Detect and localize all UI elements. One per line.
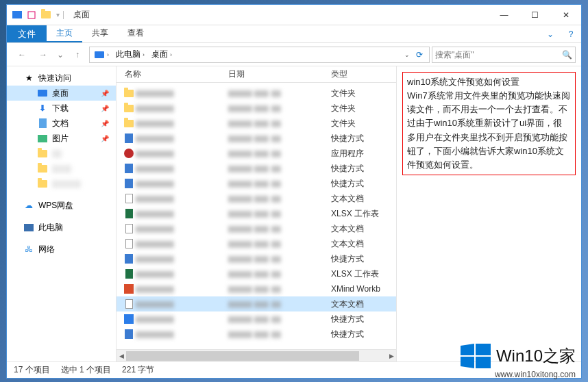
maximize-button[interactable]: ☐ [519,5,550,25]
file-type: 文本文档 [331,238,396,250]
file-type: 文本文档 [331,223,396,235]
refresh-button[interactable]: ⟳ [411,50,428,60]
status-size: 221 字节 [122,364,154,376]
file-row[interactable]: ▮▮▮▮▮▮▮▮▮▮▮▮▮ ▮▮▮ ▮▮文件夹 [117,116,396,131]
sidebar-recent-item[interactable]: ▯▯▯▯▯▯ [7,176,116,191]
file-type: 快捷方式 [331,253,396,265]
file-type: 快捷方式 [331,329,396,340]
file-icon [122,149,136,158]
file-row[interactable]: ▮▮▮▮▮▮▮▮▮▮▮▮▮ ▮▮▮ ▮▮文本文档 [117,221,396,236]
svg-rect-0 [28,12,35,18]
file-type: 快捷方式 [331,314,396,325]
scroll-right-icon[interactable]: ▶ [387,350,396,361]
file-list[interactable]: 名称 日期 类型 ▮▮▮▮▮▮▮▮▮▮▮▮▮ ▮▮▮ ▮▮文件夹▮▮▮▮▮▮▮▮… [117,66,396,361]
file-icon [122,105,136,112]
file-row[interactable]: ▮▮▮▮▮▮▮▮▮▮▮▮▮ ▮▮▮ ▮▮快捷方式 [117,311,396,327]
windows-logo-icon [461,344,491,368]
file-row[interactable]: ▮▮▮▮▮▮▮▮▮▮▮▮▮ ▮▮▮ ▮▮文件夹 [117,86,396,101]
nav-back-button[interactable]: ← [12,46,32,64]
sidebar-wps[interactable]: ☁WPS网盘 [7,198,116,213]
nav-up-button[interactable]: ↑ [68,46,87,64]
document-icon [37,118,48,129]
pin-icon: 📌 [101,120,109,127]
file-icon [122,329,136,339]
file-type: 应用程序 [331,148,396,160]
file-icon [122,164,136,173]
sidebar-recent-item[interactable]: ▯▯▯▯ [7,161,116,176]
file-type: 文件夹 [331,118,396,129]
file-icon [122,120,136,127]
col-name[interactable]: 名称 [122,66,228,82]
search-input[interactable] [435,50,562,60]
nav-forward-button[interactable]: → [34,46,53,64]
close-button[interactable]: ✕ [550,5,581,25]
ribbon-expand-icon[interactable]: ⌄ [540,25,561,42]
scroll-thumb[interactable] [126,351,359,361]
watermark: Win10之家 www.win10xitong.com [461,344,576,379]
file-row[interactable]: ▮▮▮▮▮▮▮▮▮▮▮▮▮ ▮▮▮ ▮▮快捷方式 [117,251,396,266]
file-type: XMind Workb [331,284,396,294]
breadcrumb-seg-desktop[interactable]: 桌面 [151,49,168,60]
nav-sidebar[interactable]: ★快速访问 桌面📌 ⬇下载📌 文档📌 图片📌 ▯▯ ▯▯▯▯ ▯▯▯▯▯▯ ☁W… [7,66,117,361]
svg-marker-4 [476,357,491,368]
sidebar-network[interactable]: 🖧网络 [7,242,116,257]
qat-newfolder-icon[interactable] [40,9,52,21]
sidebar-this-pc[interactable]: 此电脑 [7,220,116,235]
sidebar-quick-access[interactable]: ★快速访问 [7,71,116,86]
file-row[interactable]: ▮▮▮▮▮▮▮▮▮▮▮▮▮ ▮▮▮ ▮▮XLSX 工作表 [117,266,396,281]
col-type[interactable]: 类型 [331,66,396,82]
column-headers[interactable]: 名称 日期 类型 [117,66,396,83]
star-icon: ★ [23,73,34,84]
help-icon[interactable]: ? [561,25,581,42]
minimize-button[interactable]: — [489,5,519,25]
file-date: ▮▮▮▮▮ ▮▮▮ ▮▮ [228,194,331,203]
sidebar-item-downloads[interactable]: ⬇下载📌 [7,101,116,116]
picture-icon [37,133,48,144]
ribbon-tab-home[interactable]: 主页 [47,25,82,42]
pin-icon: 📌 [101,90,109,97]
ribbon-file-tab[interactable]: 文件 [7,25,47,42]
file-date: ▮▮▮▮▮ ▮▮▮ ▮▮ [228,284,331,294]
folder-icon [37,163,48,174]
file-name: ▮▮▮▮▮▮▮▮ [136,164,228,173]
ribbon-tab-share[interactable]: 共享 [82,25,118,42]
file-date: ▮▮▮▮▮ ▮▮▮ ▮▮ [228,103,331,113]
file-row[interactable]: ▮▮▮▮▮▮▮▮▮▮▮▮▮ ▮▮▮ ▮▮文本文档 [117,236,396,251]
file-icon [122,254,136,264]
content-area: ★快速访问 桌面📌 ⬇下载📌 文档📌 图片📌 ▯▯ ▯▯▯▯ ▯▯▯▯▯▯ ☁W… [7,66,581,361]
file-row[interactable]: ▮▮▮▮▮▮▮▮▮▮▮▮▮ ▮▮▮ ▮▮快捷方式 [117,176,396,191]
file-row[interactable]: ▮▮▮▮▮▮▮▮▮▮▮▮▮ ▮▮▮ ▮▮XMind Workb [117,281,396,296]
qat-props-icon[interactable] [25,9,38,21]
sidebar-recent-item[interactable]: ▯▯ [7,146,116,161]
search-icon[interactable]: 🔍 [562,50,572,60]
horizontal-scrollbar[interactable]: ◀ ▶ [117,349,396,361]
file-row[interactable]: ▮▮▮▮▮▮▮▮▮▮▮▮▮ ▮▮▮ ▮▮XLSX 工作表 [117,206,396,221]
cloud-icon: ☁ [23,200,34,211]
file-name: ▮▮▮▮▮▮▮▮ [136,239,228,249]
col-date[interactable]: 日期 [228,66,331,82]
file-row[interactable]: ▮▮▮▮▮▮▮▮▮▮▮▮▮ ▮▮▮ ▮▮文本文档 [117,296,396,311]
search-box[interactable]: 🔍 [432,47,576,63]
breadcrumb-seg-pc[interactable]: 此电脑 [116,49,140,60]
nav-history-button[interactable]: ⌄ [55,46,66,64]
addr-dropdown-icon[interactable]: ⌄ [404,51,410,58]
file-icon [122,314,136,324]
file-row[interactable]: ▮▮▮▮▮▮▮▮▮▮▮▮▮ ▮▮▮ ▮▮文本文档 [117,191,396,206]
file-row[interactable]: ▮▮▮▮▮▮▮▮▮▮▮▮▮ ▮▮▮ ▮▮文件夹 [117,101,396,116]
file-name: ▮▮▮▮▮▮▮▮ [136,88,228,98]
file-row[interactable]: ▮▮▮▮▮▮▮▮▮▮▮▮▮ ▮▮▮ ▮▮快捷方式 [117,327,396,342]
folder-icon [37,148,48,159]
svg-marker-2 [476,344,491,355]
file-row[interactable]: ▮▮▮▮▮▮▮▮▮▮▮▮▮ ▮▮▮ ▮▮应用程序 [117,146,396,161]
brand-name: Win10之家 [496,345,576,367]
scroll-left-icon[interactable]: ◀ [117,350,126,361]
sidebar-item-documents[interactable]: 文档📌 [7,116,116,131]
file-type: 快捷方式 [331,133,396,144]
ribbon-tab-view[interactable]: 查看 [118,25,154,42]
sidebar-item-desktop[interactable]: 桌面📌 [7,86,116,101]
file-row[interactable]: ▮▮▮▮▮▮▮▮▮▮▮▮▮ ▮▮▮ ▮▮快捷方式 [117,161,396,176]
sidebar-item-pictures[interactable]: 图片📌 [7,131,116,146]
file-type: 文件夹 [331,88,396,99]
file-row[interactable]: ▮▮▮▮▮▮▮▮▮▮▮▮▮ ▮▮▮ ▮▮快捷方式 [117,131,396,146]
address-bar[interactable]: › 此电脑› 桌面› ⌄ ⟳ [89,47,430,63]
